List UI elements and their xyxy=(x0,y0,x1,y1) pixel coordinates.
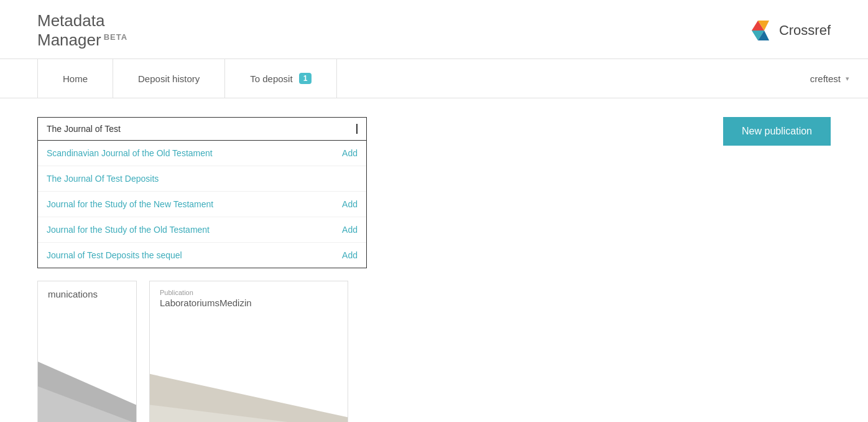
dropdown-item-name: Scandinavian Journal of the Old Testamen… xyxy=(47,148,213,158)
pub-card-laboratoriums[interactable]: Publication LaboratoriumsMedizin xyxy=(149,281,348,422)
dropdown-item-add-4[interactable]: Add xyxy=(342,250,358,260)
dropdown-item-add-3[interactable]: Add xyxy=(342,225,358,235)
crossref-logo-icon xyxy=(749,19,774,42)
dropdown-item[interactable]: The Journal Of Test Deposits xyxy=(38,166,366,192)
text-cursor xyxy=(356,124,358,134)
pub-card-munications[interactable]: munications xyxy=(37,281,137,422)
chevron-down-icon: ▾ xyxy=(846,75,849,83)
new-publication-button[interactable]: New publication xyxy=(723,117,831,146)
card-name: munications xyxy=(48,289,98,299)
dropdown-item-name: Journal of Test Deposits the sequel xyxy=(47,250,182,260)
top-row: Scandinavian Journal of the Old Testamen… xyxy=(37,117,831,268)
nav-user-menu[interactable]: creftest ▾ xyxy=(792,59,868,98)
nav-to-deposit-label: To deposit xyxy=(250,73,292,84)
nav-item-to-deposit[interactable]: To deposit 1 xyxy=(225,59,337,98)
dropdown-item[interactable]: Journal of Test Deposits the sequel Add xyxy=(38,243,366,268)
dropdown-item[interactable]: Scandinavian Journal of the Old Testamen… xyxy=(38,141,366,166)
nav-item-home[interactable]: Home xyxy=(37,59,113,98)
dropdown-item[interactable]: Journal for the Study of the Old Testame… xyxy=(38,217,366,243)
dropdown-item-add-0[interactable]: Add xyxy=(342,148,358,158)
app-title: MetadataManagerBETA xyxy=(37,11,127,50)
nav-username: creftest xyxy=(810,73,841,84)
crossref-label: Crossref xyxy=(779,22,831,39)
publication-cards: munications Publication LaboratoriumsMed… xyxy=(37,281,831,422)
card-name: LaboratoriumsMedizin xyxy=(160,298,252,308)
dropdown-item-name: Journal for the Study of the Old Testame… xyxy=(47,225,210,235)
card-info: munications xyxy=(48,289,98,300)
dropdown-item-add-2[interactable]: Add xyxy=(342,199,358,209)
card-type: Publication xyxy=(160,289,252,296)
main-content: Scandinavian Journal of the Old Testamen… xyxy=(0,98,868,422)
search-input-wrapper[interactable] xyxy=(37,117,367,141)
beta-badge: BETA xyxy=(104,32,127,42)
nav-home-label: Home xyxy=(63,73,88,84)
dropdown-item-name: Journal for the Study of the New Testame… xyxy=(47,199,213,209)
dropdown-item-name: The Journal Of Test Deposits xyxy=(47,174,159,184)
card-info: Publication LaboratoriumsMedizin xyxy=(160,289,252,309)
search-input[interactable] xyxy=(47,124,356,134)
dropdown-item[interactable]: Journal for the Study of the New Testame… xyxy=(38,192,366,217)
nav-deposit-history-label: Deposit history xyxy=(138,73,200,84)
card-background xyxy=(38,281,136,422)
to-deposit-badge: 1 xyxy=(299,73,312,84)
app-header: MetadataManagerBETA Crossref xyxy=(0,0,868,59)
nav-item-deposit-history[interactable]: Deposit history xyxy=(113,59,225,98)
search-dropdown: Scandinavian Journal of the Old Testamen… xyxy=(37,141,367,268)
main-nav: Home Deposit history To deposit 1 crefte… xyxy=(0,59,868,98)
search-container: Scandinavian Journal of the Old Testamen… xyxy=(37,117,367,268)
crossref-logo: Crossref xyxy=(749,19,831,42)
